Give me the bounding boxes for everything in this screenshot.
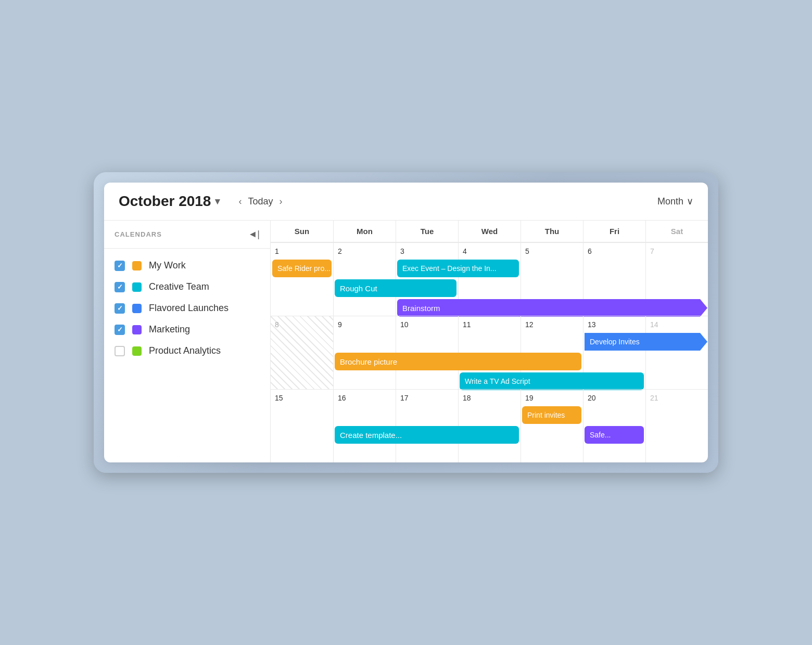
main-layout: CALENDARS ◄| ✓ My Work ✓ (104, 221, 708, 462)
calendar-item-creative-team[interactable]: ✓ Creative Team (104, 276, 270, 298)
week-row-1: 1 2 3 4 5 6 7 Safe Rider pro... Exec Eve… (271, 242, 708, 316)
today-button[interactable]: Today (248, 196, 273, 207)
creative-team-color (132, 282, 142, 292)
event-brainstorm[interactable]: Brainstorm (397, 299, 707, 317)
event-develop-invites[interactable]: Develop Invites (585, 333, 707, 351)
product-analytics-checkbox[interactable] (115, 346, 125, 356)
day-cell-15[interactable]: 15 (271, 390, 333, 462)
day-headers-row: Sun Mon Tue Wed Thu Fri Sat (271, 221, 708, 242)
marketing-color (132, 325, 142, 334)
month-dropdown-icon[interactable]: ▾ (215, 196, 220, 207)
product-analytics-label: Product Analytics (149, 345, 221, 356)
day-header-sun: Sun (271, 221, 333, 242)
creative-team-label: Creative Team (149, 281, 209, 292)
collapse-sidebar-button[interactable]: ◄| (248, 229, 260, 240)
calendar-item-flavored-launches[interactable]: ✓ Flavored Launches (104, 298, 270, 319)
calendar-list: ✓ My Work ✓ Creative Team (104, 249, 270, 368)
calendar-item-marketing[interactable]: ✓ Marketing (104, 319, 270, 340)
day-cell-14[interactable]: 14 (645, 316, 708, 389)
week-row-3: 15 16 17 18 19 20 21 Print invites Creat… (271, 389, 708, 462)
calendar-item-product-analytics[interactable]: Product Analytics (104, 340, 270, 362)
event-brochure-picture[interactable]: Brochure picture (335, 353, 581, 370)
creative-team-checkbox[interactable]: ✓ (115, 282, 125, 292)
day-header-fri: Fri (583, 221, 645, 242)
day-header-sat: Sat (645, 221, 708, 242)
sidebar-header: CALENDARS ◄| (104, 221, 270, 249)
month-title-text: October 2018 (119, 193, 211, 210)
event-safe-rider[interactable]: Safe Rider pro... (272, 260, 332, 277)
week-row-2: 8 9 10 11 12 13 14 Develop Invites Broch… (271, 316, 708, 389)
nav-group: ‹ Today › (234, 194, 286, 209)
view-selector-button[interactable]: Month ∨ (657, 196, 693, 207)
calendar-grid: Sun Mon Tue Wed Thu Fri Sat 1 2 3 4 5 6 … (271, 221, 708, 462)
prev-month-button[interactable]: ‹ (234, 194, 246, 209)
day-header-thu: Thu (521, 221, 583, 242)
event-safe-small[interactable]: Safe... (585, 426, 644, 444)
product-analytics-color (132, 346, 142, 356)
event-create-template[interactable]: Create template... (335, 426, 519, 444)
flavored-launches-checkbox[interactable]: ✓ (115, 303, 125, 314)
view-label: Month (657, 196, 683, 207)
day-header-mon: Mon (333, 221, 396, 242)
sidebar: CALENDARS ◄| ✓ My Work ✓ (104, 221, 271, 462)
day-header-wed: Wed (458, 221, 521, 242)
day-header-tue: Tue (396, 221, 458, 242)
month-title[interactable]: October 2018 ▾ (119, 193, 220, 210)
day-cell-19[interactable]: 19 (521, 390, 583, 462)
event-tv-ad[interactable]: Write a TV Ad Script (460, 372, 644, 390)
event-rough-cut[interactable]: Rough Cut (335, 279, 456, 297)
event-print-invites[interactable]: Print invites (522, 406, 581, 424)
day-cell-21[interactable]: 21 (645, 390, 708, 462)
event-exec-event[interactable]: Exec Event – Design the In... (397, 260, 519, 277)
my-work-color (132, 261, 142, 270)
calendar-item-my-work[interactable]: ✓ My Work (104, 255, 270, 276)
day-cell-1[interactable]: 1 (271, 243, 333, 316)
my-work-checkbox[interactable]: ✓ (115, 261, 125, 271)
calendar-header: October 2018 ▾ ‹ Today › Month ∨ (104, 183, 708, 221)
marketing-checkbox[interactable]: ✓ (115, 325, 125, 335)
day-cell-8[interactable]: 8 (271, 316, 333, 389)
flavored-launches-label: Flavored Launches (149, 303, 229, 314)
marketing-label: Marketing (149, 324, 190, 335)
outer-frame: October 2018 ▾ ‹ Today › Month ∨ CALENDA… (94, 172, 718, 473)
calendar-container: October 2018 ▾ ‹ Today › Month ∨ CALENDA… (104, 183, 708, 462)
flavored-launches-color (132, 304, 142, 313)
calendars-label: CALENDARS (115, 230, 248, 238)
view-dropdown-icon: ∨ (687, 196, 693, 207)
next-month-button[interactable]: › (275, 194, 286, 209)
my-work-label: My Work (149, 260, 186, 271)
